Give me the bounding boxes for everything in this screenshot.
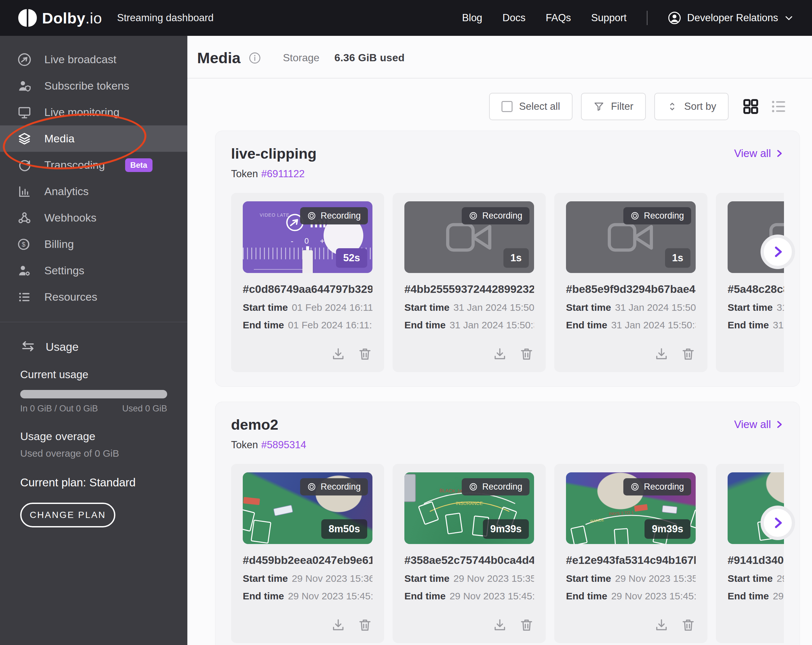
chevron-down-icon — [784, 13, 794, 23]
download-icon[interactable] — [654, 618, 669, 633]
filter-button[interactable]: Filter — [581, 93, 646, 120]
toolbar: Select all Filter Sort by — [187, 93, 812, 120]
sidebar-item-media[interactable]: Media — [0, 125, 187, 152]
grid-view-button[interactable] — [742, 98, 760, 116]
sidebar-nav: Live broadcast Subscribe tokens Live mon… — [0, 36, 187, 310]
record-dot-icon — [469, 482, 478, 491]
trash-icon[interactable] — [519, 618, 534, 633]
usage-overage-text: Used overage of 0 GiB — [20, 448, 167, 459]
trash-icon[interactable] — [357, 618, 372, 633]
sidebar-item-resources[interactable]: Resources — [0, 284, 187, 310]
download-icon[interactable] — [331, 347, 346, 361]
record-dot-icon — [307, 482, 316, 491]
mixer-line — [254, 269, 303, 270]
media-header: Media Storage 6.36 GiB used — [187, 36, 812, 67]
sidebar-item-live-monitoring[interactable]: Live monitoring — [0, 99, 187, 125]
download-icon[interactable] — [492, 347, 507, 361]
download-icon[interactable] — [492, 618, 507, 633]
beta-badge: Beta — [125, 158, 153, 172]
view-all-link[interactable]: View all — [734, 418, 784, 431]
media-id: #4bb25559372442899232d... — [404, 283, 534, 296]
media-card: Recording 8m50s #d459bb2eea0247eb9e613a.… — [231, 464, 384, 643]
trash-icon[interactable] — [681, 618, 696, 633]
video-late-label: VIDEO LATE — [260, 212, 289, 234]
sidebar-item-billing[interactable]: $ Billing — [0, 231, 187, 257]
account-label: Developer Relations — [687, 12, 778, 24]
sidebar-item-settings[interactable]: Settings — [0, 257, 187, 284]
nav-support[interactable]: Support — [591, 12, 627, 24]
sidebar-item-label: Subscribe tokens — [44, 79, 129, 92]
sort-by-button[interactable]: Sort by — [654, 93, 729, 120]
media-card: mil -0+ VIDEO LATE AUDIO LATE — [231, 193, 384, 372]
section-title: live-clipping — [231, 145, 317, 162]
monitor-icon — [17, 105, 32, 120]
sidebar: Live broadcast Subscribe tokens Live mon… — [0, 36, 187, 645]
media-thumbnail[interactable]: BLACK JACK PAYS 3 TO 1 INSURANCE — [404, 472, 534, 544]
sidebar-item-label: Live broadcast — [44, 53, 116, 66]
trash-icon[interactable] — [681, 347, 696, 361]
layers-icon — [17, 131, 32, 146]
sidebar-item-label: Settings — [44, 264, 84, 277]
media-thumbnail[interactable]: mil -0+ VIDEO LATE AUDIO LATE — [243, 201, 372, 273]
cards-row: mil -0+ VIDEO LATE AUDIO LATE — [231, 193, 784, 372]
usage-in-out: In 0 GiB / Out 0 GiB — [20, 404, 98, 414]
current-plan: Current plan: Standard — [20, 476, 167, 489]
media-thumbnail[interactable]: Recording 8m50s — [243, 472, 372, 544]
view-toggle — [742, 98, 788, 116]
download-icon[interactable] — [654, 347, 669, 361]
sidebar-item-transcoding[interactable]: Transcoding Beta — [0, 152, 187, 178]
dolby-logo[interactable]: Dolby.io — [18, 9, 102, 27]
duration-badge: 9m39s — [644, 519, 690, 539]
media-card: PAYS 3 TO 1 RANCE — [554, 464, 707, 643]
sidebar-item-label: Live monitoring — [44, 106, 120, 119]
nav-blog[interactable]: Blog — [462, 12, 482, 24]
change-plan-button[interactable]: CHANGE PLAN — [20, 503, 115, 528]
media-card: BLACK JACK PAYS 3 TO 1 INSURANCE — [393, 464, 546, 643]
next-cards-button[interactable] — [760, 506, 795, 540]
nav-divider — [647, 11, 647, 25]
recording-badge: Recording — [300, 207, 368, 224]
select-all-button[interactable]: Select all — [489, 93, 572, 120]
usage-progress-bar — [20, 390, 167, 398]
header-divider — [187, 78, 812, 79]
media-id: #c0d86749aa644797b3296b... — [243, 283, 372, 296]
info-icon[interactable] — [248, 52, 261, 64]
nav-docs[interactable]: Docs — [502, 12, 526, 24]
account-menu[interactable]: Developer Relations — [668, 11, 794, 25]
filter-funnel-icon — [593, 101, 604, 112]
record-dot-icon — [630, 211, 639, 220]
recording-badge: Recording — [300, 478, 368, 496]
user-gear-icon — [17, 263, 32, 278]
media-thumbnail[interactable]: Recording 1s — [404, 201, 534, 273]
token-link[interactable]: #5895314 — [261, 439, 306, 451]
top-nav: Blog Docs FAQs Support Developer Relatio… — [462, 11, 794, 25]
usage-overage-title: Usage overage — [20, 430, 167, 443]
view-all-link[interactable]: View all — [734, 147, 784, 160]
coin-dollar-icon: $ — [17, 237, 32, 252]
sidebar-item-label: Billing — [44, 238, 74, 250]
app-subtitle: Streaming dashboard — [117, 12, 214, 24]
sidebar-item-analytics[interactable]: Analytics — [0, 178, 187, 204]
svg-text:INSURANCE: INSURANCE — [456, 501, 482, 506]
section-demo2: demo2 View all Token#5895314 — [215, 402, 800, 645]
select-all-checkbox[interactable] — [501, 101, 513, 112]
trash-icon[interactable] — [357, 347, 372, 361]
download-icon[interactable] — [331, 618, 346, 633]
dolby-streaming-dashboard: Dolby.io Streaming dashboard Blog Docs F… — [0, 0, 812, 645]
duration-badge: 52s — [336, 248, 367, 268]
sidebar-item-webhooks[interactable]: Webhooks — [0, 204, 187, 231]
token-link[interactable]: #6911122 — [261, 168, 305, 180]
trash-icon[interactable] — [519, 347, 534, 361]
current-usage-label: Current usage — [20, 368, 167, 381]
sidebar-item-live-broadcast[interactable]: Live broadcast — [0, 46, 187, 73]
media-thumbnail[interactable]: PAYS 3 TO 1 RANCE — [566, 472, 696, 544]
webhook-icon — [17, 210, 32, 226]
duration-badge: 9m39s — [483, 519, 529, 539]
record-dot-icon — [630, 482, 639, 491]
media-thumbnail[interactable]: Recording 1s — [566, 201, 696, 273]
nav-faqs[interactable]: FAQs — [546, 12, 571, 24]
next-cards-button[interactable] — [760, 235, 795, 269]
sidebar-item-subscribe-tokens[interactable]: Subscribe tokens — [0, 73, 187, 99]
list-view-button[interactable] — [770, 98, 788, 116]
record-dot-icon — [307, 211, 316, 220]
